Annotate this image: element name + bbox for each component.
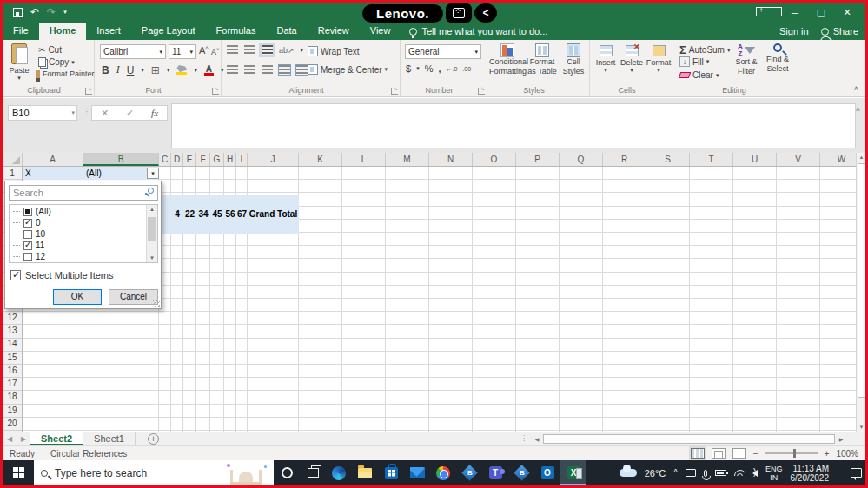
start-button[interactable] xyxy=(3,460,34,485)
col-header-A[interactable]: A xyxy=(23,153,83,166)
cell-A1[interactable]: X xyxy=(23,167,83,180)
cut-button[interactable]: ✂Cut xyxy=(36,44,64,56)
copy-button[interactable]: Copy▾ xyxy=(36,56,77,68)
temperature-label[interactable]: 26°C xyxy=(645,468,666,478)
language-indicator[interactable]: ENGIN xyxy=(765,465,783,482)
col-header-E[interactable]: E xyxy=(183,153,196,166)
col-header-Q[interactable]: Q xyxy=(560,153,603,166)
col-header-V[interactable]: V xyxy=(777,153,820,166)
sheet-tab-sheet2[interactable]: Sheet2 xyxy=(30,432,83,445)
find-select-button[interactable]: Find & Select xyxy=(762,43,793,74)
filter-item-12[interactable]: 12 xyxy=(13,251,45,262)
font-dialog-launcher-icon[interactable] xyxy=(212,88,219,95)
filter-item-11[interactable]: 11 xyxy=(13,240,44,251)
col-header-C[interactable]: C xyxy=(159,153,171,166)
col-header-U[interactable]: U xyxy=(733,153,777,166)
name-box[interactable]: B10 ▾ xyxy=(8,105,77,121)
filter-item-10[interactable]: 10 xyxy=(13,228,45,240)
tab-home[interactable]: Home xyxy=(39,23,87,40)
file-explorer-button[interactable] xyxy=(352,460,378,485)
row-header-19[interactable]: 19 xyxy=(3,404,22,417)
col-header-O[interactable]: O xyxy=(473,153,516,166)
scroll-left-icon[interactable]: ◀ xyxy=(531,436,543,442)
store-button[interactable] xyxy=(378,460,404,485)
filter-search-input[interactable]: Search xyxy=(9,185,158,201)
zoom-in-icon[interactable]: + xyxy=(825,449,830,458)
decrease-indent-button[interactable] xyxy=(279,65,290,75)
col-header-H[interactable]: H xyxy=(224,153,236,166)
zoom-slider-thumb[interactable] xyxy=(793,449,796,458)
orientation-button[interactable]: ab↗ xyxy=(279,46,295,55)
decrease-decimal-button[interactable]: .00 xyxy=(462,66,471,72)
normal-view-icon[interactable] xyxy=(691,448,705,459)
row-header-15[interactable]: 15 xyxy=(3,351,22,364)
collapse-formula-bar-icon[interactable]: ˄ xyxy=(856,105,860,114)
insert-cells-button[interactable]: Insert ▾ xyxy=(593,45,618,74)
tab-page-layout[interactable]: Page Layout xyxy=(131,23,206,40)
col-header-M[interactable]: M xyxy=(386,153,429,166)
comma-style-button[interactable]: , xyxy=(438,63,441,74)
col-header-I[interactable]: I xyxy=(236,153,248,166)
accounting-format-button[interactable]: $ xyxy=(406,63,411,74)
col-header-R[interactable]: R xyxy=(603,153,646,166)
col-header-B[interactable]: B xyxy=(83,153,159,166)
tab-file[interactable]: File xyxy=(3,23,39,40)
row-header-17[interactable]: 17 xyxy=(3,377,22,390)
align-top-button[interactable] xyxy=(227,45,238,55)
scroll-right-icon[interactable]: ▶ xyxy=(835,436,847,442)
checkbox-icon[interactable] xyxy=(23,253,32,261)
lenovo-dock-icon[interactable] xyxy=(446,3,472,23)
outlook-button[interactable]: O xyxy=(534,460,560,485)
col-header-N[interactable]: N xyxy=(429,153,473,166)
hidden-icons-chevron[interactable]: ^ xyxy=(673,468,678,478)
pivot-filter-dropdown-icon[interactable]: ▾ xyxy=(147,168,159,179)
collapse-ribbon-icon[interactable]: ˄ xyxy=(854,84,858,93)
name-box-dropdown-icon[interactable]: ▾ xyxy=(71,109,75,116)
checkbox-icon[interactable] xyxy=(23,230,32,239)
alignment-dialog-launcher-icon[interactable] xyxy=(391,88,398,95)
tab-review[interactable]: Review xyxy=(308,23,360,40)
ok-button[interactable]: OK xyxy=(53,289,102,305)
underline-button[interactable]: U xyxy=(127,64,135,76)
share-button[interactable]: Share xyxy=(821,26,858,36)
sheet-tab-sheet1[interactable]: Sheet1 xyxy=(83,432,136,445)
accounting-dropdown-icon[interactable]: ▾ xyxy=(416,65,420,72)
taj-mahal-image[interactable] xyxy=(223,462,268,485)
tablet-mode-icon[interactable] xyxy=(686,469,696,477)
filter-list-scrollbar[interactable]: ▲ ▼ xyxy=(146,205,157,262)
row-header-14[interactable]: 14 xyxy=(3,337,22,350)
col-header-D[interactable]: D xyxy=(171,153,183,166)
sign-in-link[interactable]: Sign in xyxy=(779,26,809,36)
cancel-entry-icon[interactable]: ✕ xyxy=(101,108,109,119)
col-header-W[interactable]: W xyxy=(820,153,856,166)
italic-button[interactable]: I xyxy=(116,63,120,76)
edge-button[interactable] xyxy=(326,460,352,485)
number-dialog-launcher-icon[interactable] xyxy=(478,88,485,95)
page-layout-view-icon[interactable] xyxy=(712,448,726,459)
number-format-select[interactable]: General▾ xyxy=(405,44,481,59)
format-painter-button[interactable]: Format Painter xyxy=(34,69,97,79)
volume-icon[interactable] xyxy=(752,470,758,477)
teams-button[interactable]: T xyxy=(482,460,508,485)
excel-taskbar-button[interactable]: X xyxy=(560,460,586,485)
scroll-up-icon[interactable]: ▲ xyxy=(857,155,866,160)
task-view-button[interactable] xyxy=(300,460,326,485)
row-header-1[interactable]: 1 xyxy=(3,167,22,180)
format-as-table-button[interactable]: Format as Table xyxy=(526,43,559,76)
align-right-button[interactable] xyxy=(262,65,273,75)
col-header-L[interactable]: L xyxy=(342,153,386,166)
restore-button[interactable]: ▢ xyxy=(808,7,834,18)
vertical-scroll-thumb[interactable] xyxy=(858,163,865,398)
ribbon-display-options-icon[interactable] xyxy=(756,7,782,18)
battery-icon[interactable] xyxy=(715,470,726,476)
filter-item-0[interactable]: 0 xyxy=(13,217,41,228)
close-button[interactable]: ✕ xyxy=(834,7,860,18)
cell-styles-button[interactable]: Cell Styles xyxy=(559,43,588,76)
align-bottom-button[interactable] xyxy=(262,45,273,55)
clock[interactable]: 11:13 AM6/20/2022 xyxy=(791,464,830,483)
scroll-down-icon[interactable]: ▼ xyxy=(147,255,157,260)
borders-dropdown-icon[interactable]: ▾ xyxy=(167,67,170,74)
insert-function-icon[interactable]: fx xyxy=(151,108,158,118)
checkbox-icon[interactable] xyxy=(23,241,32,250)
font-name-select[interactable]: Calibri▾ xyxy=(100,44,166,59)
